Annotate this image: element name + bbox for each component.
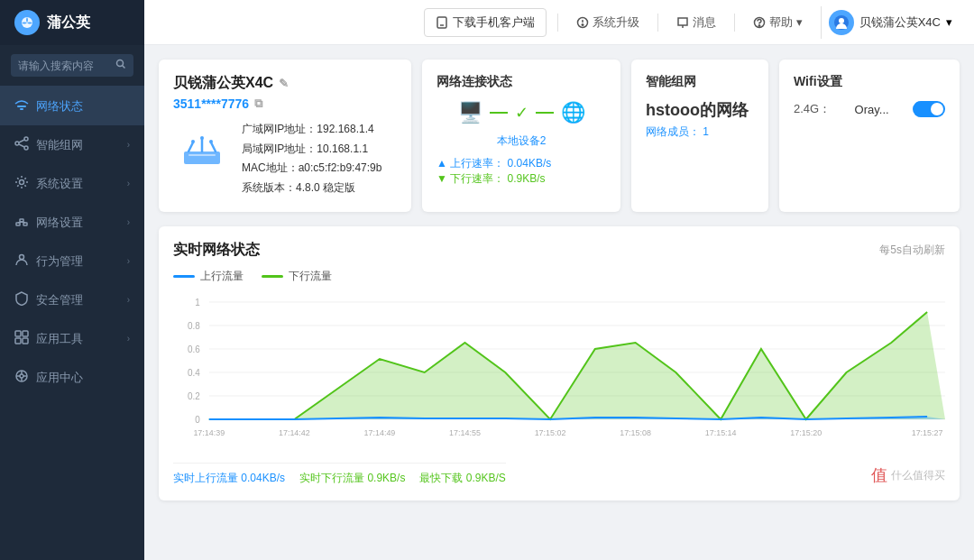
svg-line-39 xyxy=(188,142,193,151)
help-btn[interactable]: 帮助 ▾ xyxy=(746,9,810,36)
svg-text:1: 1 xyxy=(195,298,200,308)
svg-rect-4 xyxy=(20,108,23,110)
svg-text:0.2: 0.2 xyxy=(188,391,200,401)
sidebar-item-network-settings[interactable]: 网络设置 › xyxy=(0,203,144,242)
network-card-title: 网络连接状态 xyxy=(436,74,606,90)
header-divider3 xyxy=(734,14,735,32)
svg-text:0.4: 0.4 xyxy=(188,368,200,378)
legend-download: 下行流量 xyxy=(262,269,332,284)
wifi-toggle[interactable] xyxy=(913,101,945,117)
svg-rect-19 xyxy=(15,338,21,344)
sidebar-item-label: 智能组网 xyxy=(36,137,83,153)
network-status-card: 网络连接状态 🖥️ ✓ 🌐 本地设备2 ▲ 上行速率： 0.04KB/s xyxy=(422,60,620,212)
sidebar-item-label: 网络设置 xyxy=(36,215,83,231)
sidebar-item-network-status[interactable]: 网络状态 xyxy=(0,87,144,125)
chart-header: 实时网络状态 每5s自动刷新 xyxy=(173,241,945,260)
svg-point-6 xyxy=(15,142,19,145)
svg-line-2 xyxy=(123,66,125,69)
header: 下载手机客户端 系统升级 消息 帮助 ▾ xyxy=(144,0,974,45)
apps-icon xyxy=(14,369,29,386)
chevron-right-icon: › xyxy=(127,179,130,188)
sidebar-item-label: 行为管理 xyxy=(36,253,83,270)
svg-rect-13 xyxy=(23,223,27,225)
logo-text: 蒲公英 xyxy=(47,14,90,32)
wifi-settings-card: Wifi设置 2.4G： Oray... xyxy=(779,60,960,212)
realtime-chart-section: 实时网络状态 每5s自动刷新 上行流量 下行流量 xyxy=(159,226,960,500)
help-arrow-icon: ▾ xyxy=(796,15,803,29)
search-input[interactable] xyxy=(18,60,112,72)
svg-text:17:14:55: 17:14:55 xyxy=(449,428,481,437)
messages-btn[interactable]: 消息 xyxy=(669,9,723,36)
user-area[interactable]: 贝锐蒲公英X4C ▾ xyxy=(821,6,960,39)
network-speeds: ▲ 上行速率： 0.04KB/s ▼ 下行速率： 0.9KB/s xyxy=(436,156,606,187)
search-icon xyxy=(115,59,126,72)
svg-rect-3 xyxy=(17,106,26,107)
device-body: 广域网IP地址：192.168.1.4 局域网IP地址：10.168.1.1 M… xyxy=(173,120,397,197)
sidebar: 蒲公英 网络状态 xyxy=(0,0,144,560)
svg-text:17:15:27: 17:15:27 xyxy=(912,428,943,437)
globe-icon: 🌐 xyxy=(561,101,585,124)
svg-point-7 xyxy=(24,146,28,150)
svg-rect-27 xyxy=(437,17,446,28)
chevron-right-icon: › xyxy=(127,295,130,305)
svg-rect-37 xyxy=(184,151,220,164)
smart-network-name: hstooo的网络 xyxy=(646,99,754,121)
upgrade-btn[interactable]: 系统升级 xyxy=(569,9,647,36)
svg-line-41 xyxy=(211,142,216,151)
security-icon xyxy=(14,291,29,308)
sidebar-item-app-tools[interactable]: 应用工具 › xyxy=(0,319,144,358)
svg-text:17:15:02: 17:15:02 xyxy=(535,428,566,437)
watermark: 值 什么值得买 xyxy=(871,464,945,486)
header-divider1 xyxy=(557,14,558,32)
svg-point-5 xyxy=(24,137,28,141)
main-content: 下载手机客户端 系统升级 消息 帮助 ▾ xyxy=(144,0,974,560)
sidebar-item-app-center[interactable]: 应用中心 xyxy=(0,358,144,397)
svg-point-10 xyxy=(20,180,24,185)
chart-footer: 实时上行流量 0.04KB/s 实时下行流量 0.9KB/s 最快下载 0.9K… xyxy=(173,463,506,486)
svg-text:17:15:14: 17:15:14 xyxy=(705,428,737,437)
footer-upload: 实时上行流量 0.04KB/s xyxy=(173,471,285,486)
logo-icon xyxy=(14,10,40,35)
download-legend-icon xyxy=(262,275,283,278)
user-avatar xyxy=(829,10,854,35)
sidebar-item-label: 系统设置 xyxy=(36,176,83,192)
copy-id-icon[interactable]: ⧉ xyxy=(254,96,262,111)
svg-text:17:15:20: 17:15:20 xyxy=(790,428,822,437)
network-diagram: 🖥️ ✓ 🌐 xyxy=(436,101,606,124)
connection-line1 xyxy=(490,112,508,114)
wan-ip-row: 广域网IP地址：192.168.1.4 xyxy=(242,120,381,140)
svg-point-44 xyxy=(209,140,213,143)
svg-line-8 xyxy=(19,140,24,142)
sidebar-item-label: 网络状态 xyxy=(36,98,83,115)
svg-point-31 xyxy=(582,23,583,25)
download-speed: ▼ 下行速率： 0.9KB/s xyxy=(436,171,606,187)
settings-icon xyxy=(14,175,29,192)
chart-container: 1 0.8 0.6 0.4 0.2 0 17:14:39 17:14:42 17… xyxy=(173,293,945,455)
chevron-right-icon: › xyxy=(127,140,130,150)
lan-ip-row: 局域网IP地址：10.168.1.1 xyxy=(242,140,381,160)
sidebar-item-system-settings[interactable]: 系统设置 › xyxy=(0,164,144,203)
download-mobile-btn[interactable]: 下载手机客户端 xyxy=(424,8,547,37)
sidebar-item-smart-network[interactable]: 智能组网 › xyxy=(0,125,144,164)
sidebar-item-label: 应用工具 xyxy=(36,331,83,347)
sidebar-item-behavior[interactable]: 行为管理 › xyxy=(0,242,144,280)
download-mobile-label: 下载手机客户端 xyxy=(453,14,535,31)
smart-card-title: 智能组网 xyxy=(646,74,754,90)
sidebar-item-security[interactable]: 安全管理 › xyxy=(0,280,144,319)
search-box[interactable] xyxy=(11,54,133,77)
edit-name-icon[interactable]: ✎ xyxy=(279,77,289,90)
svg-rect-17 xyxy=(15,331,21,336)
upload-speed: ▲ 上行速率： 0.04KB/s xyxy=(436,156,606,171)
connection-line2 xyxy=(536,112,554,114)
svg-point-1 xyxy=(117,60,124,67)
svg-point-43 xyxy=(200,136,204,140)
local-device-label[interactable]: 本地设备2 xyxy=(436,133,606,149)
wifi-band-label: 2.4G： xyxy=(794,101,831,117)
content-area: 贝锐蒲公英X4C ✎ 3511****7776 ⧉ xyxy=(144,45,974,560)
user-name: 贝锐蒲公英X4C xyxy=(859,14,941,31)
device-card: 贝锐蒲公英X4C ✎ 3511****7776 ⧉ xyxy=(159,60,411,212)
cards-row: 贝锐蒲公英X4C ✎ 3511****7776 ⧉ xyxy=(159,60,960,212)
svg-line-15 xyxy=(22,222,25,223)
tools-icon xyxy=(14,330,29,347)
smart-members[interactable]: 网络成员： 1 xyxy=(646,124,754,140)
